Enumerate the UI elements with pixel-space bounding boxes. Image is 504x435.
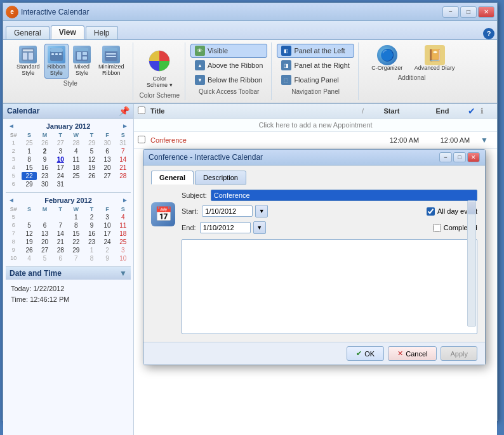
add-appointment-row[interactable]: Click here to add a new Appointment xyxy=(134,119,497,132)
scrollbar-thumb[interactable] xyxy=(468,202,475,214)
cal-day[interactable]: 30 xyxy=(37,180,53,188)
cal-day[interactable]: 6 xyxy=(53,254,69,263)
cal-day[interactable]: 17 xyxy=(53,164,69,172)
tab-view[interactable]: View xyxy=(51,25,84,39)
dialog-minimize-btn[interactable]: − xyxy=(439,152,452,162)
appointment-checkbox[interactable] xyxy=(138,136,145,143)
notes-scrollbar[interactable] xyxy=(467,200,476,327)
cal-day[interactable]: 5 xyxy=(84,147,100,155)
cal-day[interactable]: 29 xyxy=(69,246,84,254)
completed-checkbox[interactable] xyxy=(433,224,441,232)
cal-day[interactable]: 1 xyxy=(84,246,100,254)
ribbon-btn-ribbon[interactable]: RibbonStyle xyxy=(44,44,69,79)
cal-day[interactable]: 2 xyxy=(84,213,100,221)
ribbon-btn-standard[interactable]: StandardStyle xyxy=(13,44,43,79)
cal-day[interactable]: 19 xyxy=(22,238,37,246)
dialog-close-btn[interactable]: ✕ xyxy=(467,152,480,162)
cal-day[interactable]: 5 xyxy=(37,254,53,263)
cal-day[interactable]: 2 xyxy=(100,246,116,254)
dialog-restore-btn[interactable]: □ xyxy=(453,152,466,162)
end-date-dropdown[interactable]: ▼ xyxy=(253,221,266,234)
cal-day[interactable]: 18 xyxy=(69,164,84,172)
next-month-btn[interactable]: ► xyxy=(122,122,128,129)
cal-day[interactable]: 17 xyxy=(100,230,116,238)
dialog-tab-general[interactable]: General xyxy=(151,171,194,185)
cal-day[interactable]: 11 xyxy=(115,221,131,230)
cal-day[interactable]: 27 xyxy=(37,246,53,254)
cal-day[interactable]: 13 xyxy=(100,155,116,164)
datetime-chevron[interactable]: ▼ xyxy=(119,269,127,278)
cal-day[interactable]: 9 xyxy=(84,221,100,230)
cal-day[interactable]: 3 xyxy=(115,246,131,254)
end-date-input[interactable] xyxy=(200,222,251,233)
cal-day[interactable]: 24 xyxy=(53,172,69,180)
cal-day[interactable]: 12 xyxy=(84,155,100,164)
cal-day[interactable]: 8 xyxy=(84,254,100,263)
cal-day[interactable]: 25 xyxy=(69,172,84,180)
ribbon-btn-above[interactable]: ▲ Above the Ribbon xyxy=(190,58,267,72)
apply-button[interactable]: Apply xyxy=(441,346,477,361)
notes-textarea[interactable] xyxy=(182,239,477,334)
appointment-expand[interactable]: ▼ xyxy=(481,136,493,145)
cal-day[interactable]: 26 xyxy=(84,172,100,180)
cal-day[interactable]: 15 xyxy=(69,230,84,238)
cal-day[interactable]: 13 xyxy=(37,230,53,238)
all-day-checkbox[interactable] xyxy=(427,207,435,216)
cal-day[interactable]: 1 xyxy=(69,213,84,221)
cal-day[interactable]: 30 xyxy=(100,139,116,147)
cal-day[interactable]: 25 xyxy=(22,139,37,147)
ok-button[interactable]: ✔ OK xyxy=(347,346,384,361)
cal-day[interactable]: 26 xyxy=(37,139,53,147)
c-organizer-btn[interactable]: 🔵 C-Organizer xyxy=(365,44,409,73)
cal-day[interactable]: 20 xyxy=(100,164,116,172)
ribbon-btn-below[interactable]: ▼ Below the Ribbon xyxy=(190,73,267,87)
dialog-tab-description[interactable]: Description xyxy=(195,171,246,185)
cal-day[interactable]: 31 xyxy=(115,139,131,147)
cal-day[interactable]: 28 xyxy=(53,246,69,254)
cal-day[interactable]: 28 xyxy=(115,172,131,180)
cal-day[interactable]: 28 xyxy=(69,139,84,147)
ribbon-btn-visible[interactable]: 👁 Visible xyxy=(190,44,267,58)
appointment-title[interactable]: Conference xyxy=(150,136,379,144)
ribbon-btn-minimized[interactable]: MinimizedRibbon xyxy=(95,44,128,79)
cal-day[interactable]: 21 xyxy=(53,238,69,246)
prev-month2-btn[interactable]: ◄ xyxy=(8,197,15,204)
close-button[interactable]: ✕ xyxy=(478,6,494,18)
ribbon-btn-floating[interactable]: ⬚ Floating Panel xyxy=(277,73,354,87)
cal-day[interactable]: 16 xyxy=(84,230,100,238)
cal-day[interactable]: 6 xyxy=(100,147,116,155)
cal-day[interactable]: 2 xyxy=(37,147,53,155)
cal-day[interactable]: 24 xyxy=(100,238,116,246)
cal-day[interactable]: 25 xyxy=(115,238,131,246)
advanced-diary-btn[interactable]: 📔 Advanced Diary xyxy=(411,44,459,73)
cal-day[interactable]: 10 xyxy=(100,221,116,230)
start-date-dropdown[interactable]: ▼ xyxy=(255,205,268,218)
cal-day[interactable]: 1 xyxy=(22,147,37,155)
cal-day[interactable]: 29 xyxy=(84,139,100,147)
cal-day[interactable]: 3 xyxy=(100,213,116,221)
cal-day[interactable]: 7 xyxy=(115,147,131,155)
cal-day[interactable]: 19 xyxy=(84,164,100,172)
cal-day[interactable]: 3 xyxy=(53,147,69,155)
tab-help[interactable]: Help xyxy=(86,26,118,39)
cancel-button[interactable]: ✕ Cancel xyxy=(388,346,437,361)
cal-day[interactable]: 8 xyxy=(22,155,37,164)
cal-day[interactable]: 8 xyxy=(69,221,84,230)
ribbon-btn-panel-left[interactable]: ◧ Panel at the Left xyxy=(277,44,354,58)
select-all-checkbox[interactable] xyxy=(138,107,145,114)
cal-day[interactable]: 15 xyxy=(22,164,37,172)
cal-day[interactable]: 29 xyxy=(22,180,37,188)
ribbon-btn-color[interactable]: ColorScheme ▾ xyxy=(143,44,176,91)
cal-day[interactable]: 14 xyxy=(115,155,131,164)
prev-month-btn[interactable]: ◄ xyxy=(8,122,15,129)
cal-day[interactable]: 20 xyxy=(37,238,53,246)
tab-general[interactable]: General xyxy=(6,26,50,39)
next-month2-btn[interactable]: ► xyxy=(122,197,128,204)
cal-day[interactable]: 27 xyxy=(53,139,69,147)
pin-icon[interactable]: 📌 xyxy=(119,106,129,116)
cal-day[interactable]: 9 xyxy=(100,254,116,263)
cal-day[interactable]: 26 xyxy=(22,246,37,254)
cal-day[interactable]: 7 xyxy=(53,221,69,230)
cal-day-selected[interactable]: 22 xyxy=(22,172,37,180)
cal-day[interactable]: 12 xyxy=(22,230,37,238)
